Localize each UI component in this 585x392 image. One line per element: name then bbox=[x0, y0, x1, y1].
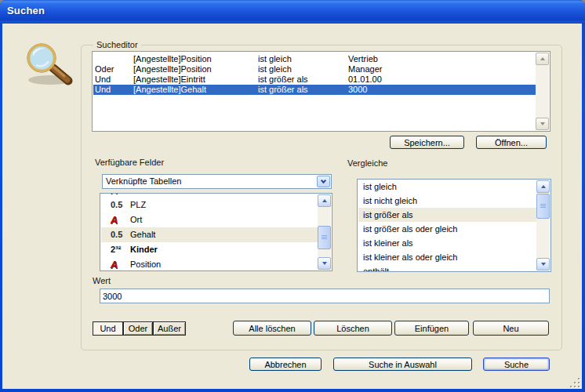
compare-list-scrollbar[interactable] bbox=[536, 180, 550, 270]
alpha-field-icon: A bbox=[109, 212, 130, 227]
scroll-up-icon[interactable] bbox=[318, 194, 331, 207]
real-field-icon: 0.5 bbox=[111, 198, 129, 212]
row-conjunction: Und bbox=[95, 85, 111, 95]
search-button[interactable]: Suche bbox=[483, 358, 550, 371]
save-button[interactable]: Speichern... bbox=[390, 136, 464, 149]
row-value: 3000 bbox=[348, 85, 367, 95]
compare-list[interactable]: ist gleich ist nicht gleich ist größer a… bbox=[357, 179, 551, 272]
compare-item-selected[interactable]: ist größer als bbox=[358, 208, 536, 222]
row-conjunction: Und bbox=[95, 74, 111, 85]
field-item-label: PLZ bbox=[130, 200, 146, 209]
row-field: [Angestellte]Position bbox=[133, 64, 212, 74]
wert-label: Wert bbox=[93, 276, 111, 285]
row-field: [Angestellte]Position bbox=[133, 54, 212, 64]
compare-items: ist gleich ist nicht gleich ist größer a… bbox=[358, 180, 536, 272]
field-item-label: Ort bbox=[130, 215, 142, 224]
compare-item[interactable]: ist größer als oder gleich bbox=[358, 222, 536, 236]
row-field: [Angestellte]Gehalt bbox=[133, 85, 206, 95]
compare-item[interactable]: ist kleiner als bbox=[358, 236, 536, 250]
field-item[interactable]: A Ort bbox=[101, 212, 318, 227]
open-button[interactable]: Öffnen... bbox=[476, 136, 547, 149]
title-bar[interactable]: Suchen bbox=[0, 0, 585, 24]
field-item-label: Position bbox=[130, 260, 161, 269]
magnifier-icon bbox=[19, 39, 78, 88]
condition-row[interactable]: [Angestellte]Position ist gleich Vertrie… bbox=[93, 54, 536, 64]
condition-row[interactable]: Oder [Angestellte]Position ist gleich Ma… bbox=[93, 64, 536, 74]
combobox-value: Verknüpfte Tabellen bbox=[106, 176, 181, 186]
row-operator: ist gleich bbox=[258, 64, 292, 74]
row-operator: ist größer als bbox=[258, 74, 308, 85]
field-item[interactable]: A Position bbox=[101, 257, 318, 271]
condition-list[interactable]: [Angestellte]Position ist gleich Vertrie… bbox=[92, 51, 550, 132]
field-item-label: Kinder bbox=[130, 245, 158, 254]
fields-list[interactable]: A Straße 0.5 PLZ A Ort 0.5 Gehalt 2³² Ki… bbox=[100, 193, 332, 271]
row-field: [Angestellte]Eintritt bbox=[133, 74, 205, 85]
table-combobox[interactable]: Verknüpfte Tabellen bbox=[102, 174, 332, 189]
window-title: Suchen bbox=[7, 5, 45, 16]
condition-row[interactable]: Und [Angestellte]Eintritt ist größer als… bbox=[93, 74, 536, 85]
condition-rows: [Angestellte]Position ist gleich Vertrie… bbox=[93, 53, 536, 95]
row-value: Manager bbox=[348, 64, 382, 74]
longint-field-icon: 2³² bbox=[111, 242, 129, 257]
wert-input[interactable] bbox=[100, 289, 550, 303]
compares-label: Vergleiche bbox=[347, 158, 387, 168]
fields-label: Verfügbare Felder bbox=[95, 158, 164, 167]
compare-item[interactable]: ist kleiner als oder gleich bbox=[358, 250, 536, 264]
fields-items: A Straße 0.5 PLZ A Ort 0.5 Gehalt 2³² Ki… bbox=[101, 193, 318, 271]
scroll-down-icon[interactable] bbox=[536, 258, 550, 270]
resize-grip-icon[interactable] bbox=[567, 375, 580, 387]
scroll-up-icon[interactable] bbox=[536, 53, 549, 65]
cancel-button[interactable]: Abbrechen bbox=[249, 358, 322, 371]
except-button[interactable]: Außer bbox=[153, 321, 186, 336]
scroll-up-icon[interactable] bbox=[536, 180, 550, 193]
suchen-dialog: Suchen Sucheditor [Angestellte]Position … bbox=[0, 0, 585, 392]
row-conjunction: Oder bbox=[95, 64, 114, 74]
insert-button[interactable]: Einfügen bbox=[394, 321, 469, 336]
sucheditor-group-label: Sucheditor bbox=[93, 40, 141, 49]
field-item-selected[interactable]: 0.5 Gehalt bbox=[101, 227, 318, 242]
row-operator: ist größer als bbox=[258, 85, 308, 95]
new-button[interactable]: Neu bbox=[473, 321, 549, 336]
scroll-down-icon[interactable] bbox=[318, 257, 331, 270]
field-item[interactable]: 2³² Kinder bbox=[101, 242, 318, 257]
clear-all-button[interactable]: Alle löschen bbox=[233, 321, 311, 336]
condition-list-scrollbar[interactable] bbox=[536, 53, 549, 130]
scroll-down-icon[interactable] bbox=[536, 118, 549, 130]
row-operator: ist gleich bbox=[258, 54, 292, 64]
row-value: Vertrieb bbox=[348, 54, 378, 64]
field-item-label: Gehalt bbox=[130, 230, 155, 239]
scrollbar-thumb[interactable] bbox=[318, 226, 331, 249]
alpha-field-icon: A bbox=[109, 257, 130, 271]
delete-button[interactable]: Löschen bbox=[314, 321, 392, 336]
and-button[interactable]: Und bbox=[93, 321, 123, 336]
search-in-selection-button[interactable]: Suche in Auswahl bbox=[333, 358, 472, 371]
scrollbar-thumb[interactable] bbox=[536, 194, 550, 219]
compare-item[interactable]: ist gleich bbox=[358, 180, 536, 194]
field-item-label: Straße bbox=[130, 193, 156, 194]
chevron-down-icon[interactable] bbox=[317, 176, 330, 187]
fields-list-scrollbar[interactable] bbox=[318, 194, 331, 270]
or-button[interactable]: Oder bbox=[123, 321, 153, 336]
row-value: 01.01.00 bbox=[348, 74, 382, 85]
compare-item[interactable]: ist nicht gleich bbox=[358, 194, 536, 208]
compare-item[interactable]: enthält bbox=[358, 264, 536, 272]
condition-row-selected[interactable]: Und [Angestellte]Gehalt ist größer als 3… bbox=[93, 85, 536, 95]
real-field-icon: 0.5 bbox=[111, 227, 129, 242]
field-item[interactable]: 0.5 PLZ bbox=[101, 198, 318, 212]
